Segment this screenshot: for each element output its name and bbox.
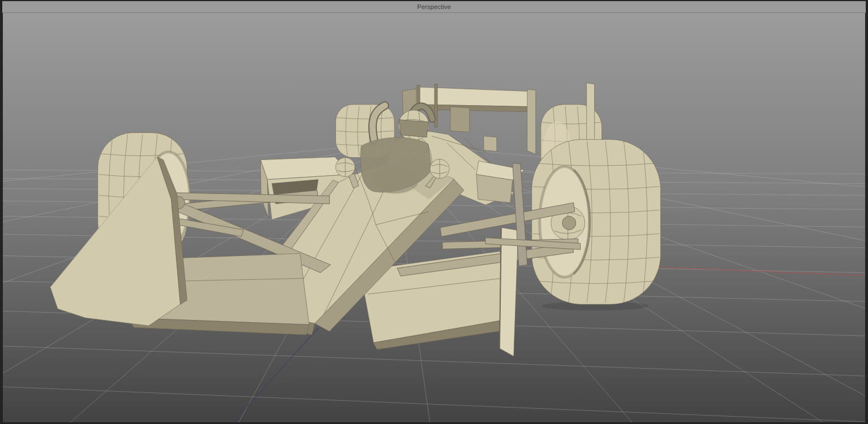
viewport-area xyxy=(2,13,866,422)
viewport-titlebar: Perspective xyxy=(2,1,866,13)
viewport-label: Perspective xyxy=(417,3,451,10)
application-window: Perspective xyxy=(0,0,868,424)
helmet-visor xyxy=(399,120,428,137)
viewport-canvas[interactable] xyxy=(2,13,866,422)
steering-wheel-area xyxy=(371,167,419,194)
front-wheel-right xyxy=(532,140,661,311)
